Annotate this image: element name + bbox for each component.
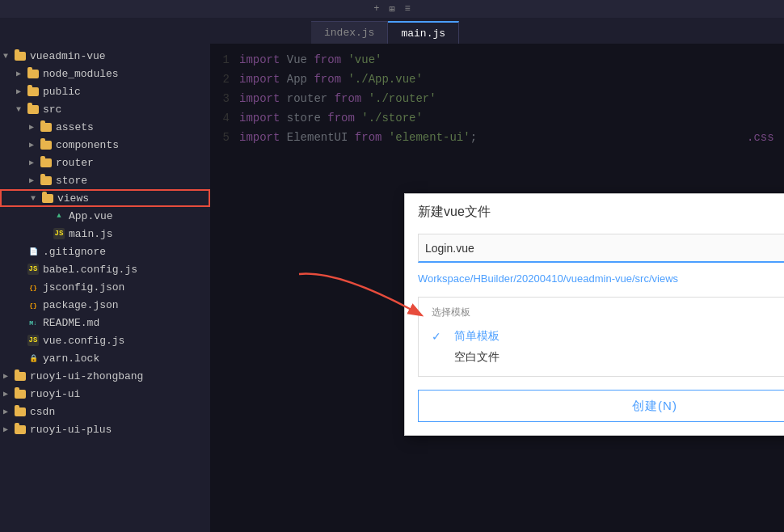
check-icon: ✓ <box>432 330 445 343</box>
expand-arrow: ▶ <box>16 69 27 78</box>
template-option-simple[interactable]: ✓ 简单模板 <box>432 326 784 347</box>
folder-icon <box>15 390 26 399</box>
dialog-title: 新建vue文件 <box>418 204 491 221</box>
sidebar-item-src[interactable]: ▼ src <box>0 100 210 118</box>
sidebar-item-jsconfig[interactable]: ▶ {} jsconfig.json <box>0 278 210 296</box>
new-vue-file-dialog: 新建vue文件 [自定义模板] × Workspace/HBuilder/202… <box>404 193 784 436</box>
sidebar-item-babel-config[interactable]: ▶ JS babel.config.js <box>0 260 210 278</box>
js-file-icon: JS <box>53 228 65 239</box>
sidebar-item-vue-config[interactable]: ▶ JS vue.config.js <box>0 331 210 349</box>
sidebar-item-views[interactable]: ▼ views <box>0 189 210 207</box>
sidebar-item-ruoyi-ui[interactable]: ▶ ruoyi-ui <box>0 385 210 403</box>
layout-icon[interactable]: ⊞ <box>389 3 394 15</box>
dialog-header: 新建vue文件 [自定义模板] × <box>405 194 784 227</box>
sidebar-item-label: vue.config.js <box>43 335 124 347</box>
folder-icon <box>27 87 39 96</box>
sidebar-item-label: store <box>56 175 87 187</box>
sidebar-item-label: ruoyi-ui-plus <box>30 424 112 436</box>
path-row: Workspace/HBuilder/20200410/vueadmin-vue… <box>418 271 784 285</box>
create-button[interactable]: 创建(N) <box>418 390 784 422</box>
sidebar-item-label: vueadmin-vue <box>30 50 106 62</box>
folder-icon <box>40 123 52 132</box>
md-file-icon: M↓ <box>27 317 39 328</box>
sidebar-item-ruoyi-plus[interactable]: ▶ ruoyi-ui-plus <box>0 420 210 438</box>
expand-arrow: ▼ <box>16 105 27 114</box>
file-path: Workspace/HBuilder/20200410/vueadmin-vue… <box>418 272 784 285</box>
sidebar-item-label: node_modules <box>43 68 119 80</box>
template-section-label: 选择模板 <box>432 306 784 319</box>
sidebar-item-label: src <box>43 103 61 116</box>
sidebar-item-csdn[interactable]: ▶ csdn <box>0 403 210 420</box>
template-label: 简单模板 <box>454 329 499 344</box>
tab-main-js[interactable]: main.js <box>388 21 459 44</box>
sidebar-item-public[interactable]: ▶ public <box>0 82 210 100</box>
add-icon[interactable]: + <box>373 3 379 15</box>
sidebar: ▼ vueadmin-vue ▶ node_modules ▶ public ▼… <box>0 44 210 532</box>
folder-icon <box>15 372 26 381</box>
top-toolbar: + ⊞ ≡ <box>0 0 784 18</box>
sidebar-item-components[interactable]: ▶ components <box>0 136 210 154</box>
folder-icon <box>40 176 52 185</box>
sidebar-item-label: .gitignore <box>43 246 106 258</box>
expand-arrow: ▶ <box>3 389 15 399</box>
sidebar-item-label: README.md <box>43 317 99 329</box>
tab-bar: index.js main.js <box>0 18 784 44</box>
dialog-body: Workspace/HBuilder/20200410/vueadmin-vue… <box>405 227 784 435</box>
sidebar-item-readme[interactable]: ▶ M↓ README.md <box>0 314 210 331</box>
filename-input[interactable] <box>418 234 784 263</box>
sidebar-item-node-modules[interactable]: ▶ node_modules <box>0 65 210 82</box>
main-area: ▼ vueadmin-vue ▶ node_modules ▶ public ▼… <box>0 44 784 532</box>
vue-file-icon: ▲ <box>53 210 65 222</box>
js-file-icon: JS <box>27 264 39 275</box>
sidebar-item-app-vue[interactable]: ▶ ▲ App.vue <box>0 207 210 225</box>
dialog-overlay: 新建vue文件 [自定义模板] × Workspace/HBuilder/202… <box>210 44 784 532</box>
json-file-icon: {} <box>27 299 39 310</box>
sidebar-item-vueadmin-vue[interactable]: ▼ vueadmin-vue <box>0 47 210 65</box>
expand-arrow: ▶ <box>16 87 27 96</box>
js-file-icon: JS <box>27 335 39 346</box>
sidebar-item-package-json[interactable]: ▶ {} package.json <box>0 296 210 314</box>
sidebar-item-label: yarn.lock <box>43 353 99 365</box>
expand-arrow: ▶ <box>3 371 15 381</box>
file-icon: 🔒 <box>27 353 39 364</box>
sidebar-item-label: jsconfig.json <box>43 281 124 293</box>
expand-arrow: ▶ <box>3 424 15 434</box>
sidebar-item-gitignore[interactable]: ▶ 📄 .gitignore <box>0 243 210 260</box>
json-file-icon: {} <box>27 281 39 293</box>
sidebar-item-main-js[interactable]: ▶ JS main.js <box>0 225 210 243</box>
sidebar-item-router[interactable]: ▶ router <box>0 154 210 171</box>
sidebar-item-label: public <box>43 86 81 98</box>
file-icon: 📄 <box>27 246 39 257</box>
sidebar-item-label: views <box>57 192 89 205</box>
folder-icon <box>15 407 26 416</box>
expand-arrow: ▶ <box>29 175 40 185</box>
sidebar-item-assets[interactable]: ▶ assets <box>0 118 210 136</box>
folder-icon <box>40 158 52 167</box>
expand-arrow: ▶ <box>29 140 40 150</box>
expand-arrow: ▶ <box>29 158 40 167</box>
sidebar-item-label: csdn <box>30 406 55 418</box>
expand-arrow: ▶ <box>29 122 40 132</box>
editor-area: 1 import Vue from 'vue' 2 import App fro… <box>210 44 784 532</box>
template-option-blank[interactable]: ✓ 空白文件 <box>432 347 784 368</box>
folder-icon <box>15 425 26 434</box>
sidebar-item-label: main.js <box>69 228 113 240</box>
sidebar-item-label: ruoyi-ui-zhongbang <box>30 370 143 382</box>
folder-open-icon <box>27 105 39 114</box>
sidebar-item-label: assets <box>56 121 94 133</box>
sidebar-item-label: components <box>56 139 119 151</box>
menu-icon[interactable]: ≡ <box>405 3 411 15</box>
expand-arrow: ▼ <box>31 194 42 203</box>
expand-arrow: ▶ <box>3 407 15 416</box>
sidebar-item-label: package.json <box>43 299 119 311</box>
template-label: 空白文件 <box>454 350 499 365</box>
expand-arrow: ▼ <box>3 52 15 61</box>
folder-icon <box>40 141 52 150</box>
folder-icon <box>27 70 39 78</box>
sidebar-item-store[interactable]: ▶ store <box>0 171 210 189</box>
sidebar-item-yarn-lock[interactable]: ▶ 🔒 yarn.lock <box>0 349 210 367</box>
folder-open-icon <box>15 52 26 61</box>
tab-index-js[interactable]: index.js <box>311 21 388 44</box>
folder-open-icon <box>42 194 53 203</box>
sidebar-item-ruoyi-zhongbang[interactable]: ▶ ruoyi-ui-zhongbang <box>0 367 210 385</box>
